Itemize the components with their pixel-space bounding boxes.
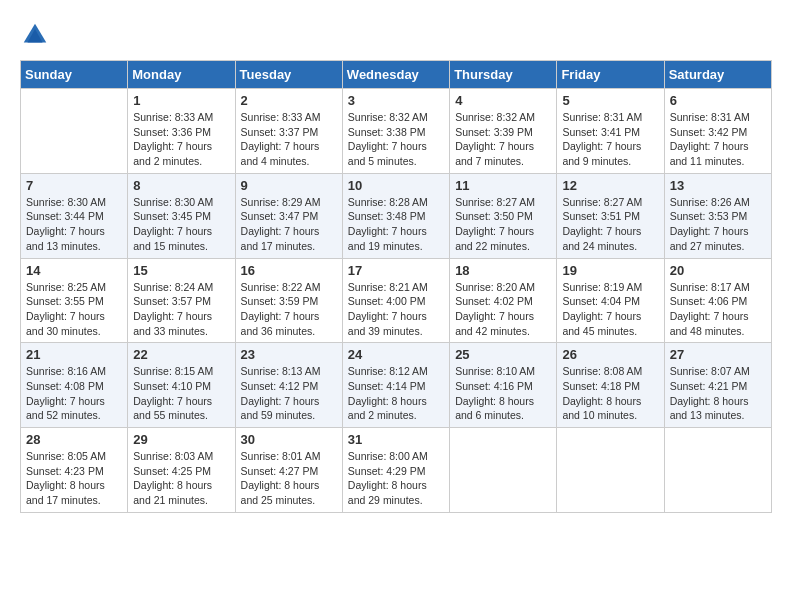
day-cell: 3Sunrise: 8:32 AM Sunset: 3:38 PM Daylig… [342,89,449,174]
day-cell: 30Sunrise: 8:01 AM Sunset: 4:27 PM Dayli… [235,428,342,513]
day-number: 16 [241,263,337,278]
day-number: 31 [348,432,444,447]
day-info: Sunrise: 8:26 AM Sunset: 3:53 PM Dayligh… [670,195,766,254]
day-cell: 12Sunrise: 8:27 AM Sunset: 3:51 PM Dayli… [557,173,664,258]
day-info: Sunrise: 8:21 AM Sunset: 4:00 PM Dayligh… [348,280,444,339]
logo-icon [20,20,50,50]
day-number: 9 [241,178,337,193]
day-number: 28 [26,432,122,447]
day-number: 13 [670,178,766,193]
column-header-thursday: Thursday [450,61,557,89]
day-info: Sunrise: 8:33 AM Sunset: 3:37 PM Dayligh… [241,110,337,169]
day-number: 29 [133,432,229,447]
day-number: 14 [26,263,122,278]
day-cell: 4Sunrise: 8:32 AM Sunset: 3:39 PM Daylig… [450,89,557,174]
day-number: 30 [241,432,337,447]
day-cell [664,428,771,513]
day-number: 27 [670,347,766,362]
day-cell: 2Sunrise: 8:33 AM Sunset: 3:37 PM Daylig… [235,89,342,174]
day-info: Sunrise: 8:03 AM Sunset: 4:25 PM Dayligh… [133,449,229,508]
day-info: Sunrise: 8:17 AM Sunset: 4:06 PM Dayligh… [670,280,766,339]
day-cell [21,89,128,174]
day-cell: 5Sunrise: 8:31 AM Sunset: 3:41 PM Daylig… [557,89,664,174]
day-info: Sunrise: 8:08 AM Sunset: 4:18 PM Dayligh… [562,364,658,423]
day-info: Sunrise: 8:07 AM Sunset: 4:21 PM Dayligh… [670,364,766,423]
day-number: 20 [670,263,766,278]
day-info: Sunrise: 8:27 AM Sunset: 3:51 PM Dayligh… [562,195,658,254]
day-number: 12 [562,178,658,193]
day-number: 4 [455,93,551,108]
day-cell: 6Sunrise: 8:31 AM Sunset: 3:42 PM Daylig… [664,89,771,174]
day-number: 22 [133,347,229,362]
day-cell: 16Sunrise: 8:22 AM Sunset: 3:59 PM Dayli… [235,258,342,343]
day-number: 6 [670,93,766,108]
column-header-monday: Monday [128,61,235,89]
day-number: 19 [562,263,658,278]
day-cell: 21Sunrise: 8:16 AM Sunset: 4:08 PM Dayli… [21,343,128,428]
day-number: 23 [241,347,337,362]
day-cell: 22Sunrise: 8:15 AM Sunset: 4:10 PM Dayli… [128,343,235,428]
day-number: 10 [348,178,444,193]
week-row-5: 28Sunrise: 8:05 AM Sunset: 4:23 PM Dayli… [21,428,772,513]
day-info: Sunrise: 8:27 AM Sunset: 3:50 PM Dayligh… [455,195,551,254]
day-info: Sunrise: 8:10 AM Sunset: 4:16 PM Dayligh… [455,364,551,423]
day-cell [450,428,557,513]
column-header-sunday: Sunday [21,61,128,89]
day-cell: 15Sunrise: 8:24 AM Sunset: 3:57 PM Dayli… [128,258,235,343]
day-cell: 28Sunrise: 8:05 AM Sunset: 4:23 PM Dayli… [21,428,128,513]
column-header-wednesday: Wednesday [342,61,449,89]
day-info: Sunrise: 8:15 AM Sunset: 4:10 PM Dayligh… [133,364,229,423]
day-info: Sunrise: 8:20 AM Sunset: 4:02 PM Dayligh… [455,280,551,339]
day-info: Sunrise: 8:24 AM Sunset: 3:57 PM Dayligh… [133,280,229,339]
day-info: Sunrise: 8:00 AM Sunset: 4:29 PM Dayligh… [348,449,444,508]
day-number: 24 [348,347,444,362]
day-cell: 14Sunrise: 8:25 AM Sunset: 3:55 PM Dayli… [21,258,128,343]
day-number: 2 [241,93,337,108]
header-row: SundayMondayTuesdayWednesdayThursdayFrid… [21,61,772,89]
week-row-1: 1Sunrise: 8:33 AM Sunset: 3:36 PM Daylig… [21,89,772,174]
day-cell: 26Sunrise: 8:08 AM Sunset: 4:18 PM Dayli… [557,343,664,428]
day-number: 26 [562,347,658,362]
day-cell: 20Sunrise: 8:17 AM Sunset: 4:06 PM Dayli… [664,258,771,343]
day-number: 21 [26,347,122,362]
day-info: Sunrise: 8:31 AM Sunset: 3:41 PM Dayligh… [562,110,658,169]
day-info: Sunrise: 8:25 AM Sunset: 3:55 PM Dayligh… [26,280,122,339]
day-info: Sunrise: 8:29 AM Sunset: 3:47 PM Dayligh… [241,195,337,254]
day-cell: 1Sunrise: 8:33 AM Sunset: 3:36 PM Daylig… [128,89,235,174]
day-cell: 8Sunrise: 8:30 AM Sunset: 3:45 PM Daylig… [128,173,235,258]
day-number: 5 [562,93,658,108]
day-number: 25 [455,347,551,362]
logo [20,20,54,50]
day-number: 7 [26,178,122,193]
day-number: 17 [348,263,444,278]
day-info: Sunrise: 8:30 AM Sunset: 3:44 PM Dayligh… [26,195,122,254]
day-cell: 13Sunrise: 8:26 AM Sunset: 3:53 PM Dayli… [664,173,771,258]
page-header [20,20,772,50]
day-cell: 9Sunrise: 8:29 AM Sunset: 3:47 PM Daylig… [235,173,342,258]
day-cell: 31Sunrise: 8:00 AM Sunset: 4:29 PM Dayli… [342,428,449,513]
day-info: Sunrise: 8:19 AM Sunset: 4:04 PM Dayligh… [562,280,658,339]
day-info: Sunrise: 8:01 AM Sunset: 4:27 PM Dayligh… [241,449,337,508]
day-number: 15 [133,263,229,278]
week-row-4: 21Sunrise: 8:16 AM Sunset: 4:08 PM Dayli… [21,343,772,428]
day-info: Sunrise: 8:16 AM Sunset: 4:08 PM Dayligh… [26,364,122,423]
day-info: Sunrise: 8:32 AM Sunset: 3:38 PM Dayligh… [348,110,444,169]
day-number: 11 [455,178,551,193]
day-number: 18 [455,263,551,278]
day-info: Sunrise: 8:05 AM Sunset: 4:23 PM Dayligh… [26,449,122,508]
week-row-2: 7Sunrise: 8:30 AM Sunset: 3:44 PM Daylig… [21,173,772,258]
day-info: Sunrise: 8:28 AM Sunset: 3:48 PM Dayligh… [348,195,444,254]
day-cell: 11Sunrise: 8:27 AM Sunset: 3:50 PM Dayli… [450,173,557,258]
week-row-3: 14Sunrise: 8:25 AM Sunset: 3:55 PM Dayli… [21,258,772,343]
day-info: Sunrise: 8:22 AM Sunset: 3:59 PM Dayligh… [241,280,337,339]
column-header-tuesday: Tuesday [235,61,342,89]
day-number: 1 [133,93,229,108]
day-cell: 27Sunrise: 8:07 AM Sunset: 4:21 PM Dayli… [664,343,771,428]
day-cell: 18Sunrise: 8:20 AM Sunset: 4:02 PM Dayli… [450,258,557,343]
day-cell: 10Sunrise: 8:28 AM Sunset: 3:48 PM Dayli… [342,173,449,258]
day-cell [557,428,664,513]
day-info: Sunrise: 8:32 AM Sunset: 3:39 PM Dayligh… [455,110,551,169]
day-cell: 19Sunrise: 8:19 AM Sunset: 4:04 PM Dayli… [557,258,664,343]
day-cell: 23Sunrise: 8:13 AM Sunset: 4:12 PM Dayli… [235,343,342,428]
day-number: 3 [348,93,444,108]
